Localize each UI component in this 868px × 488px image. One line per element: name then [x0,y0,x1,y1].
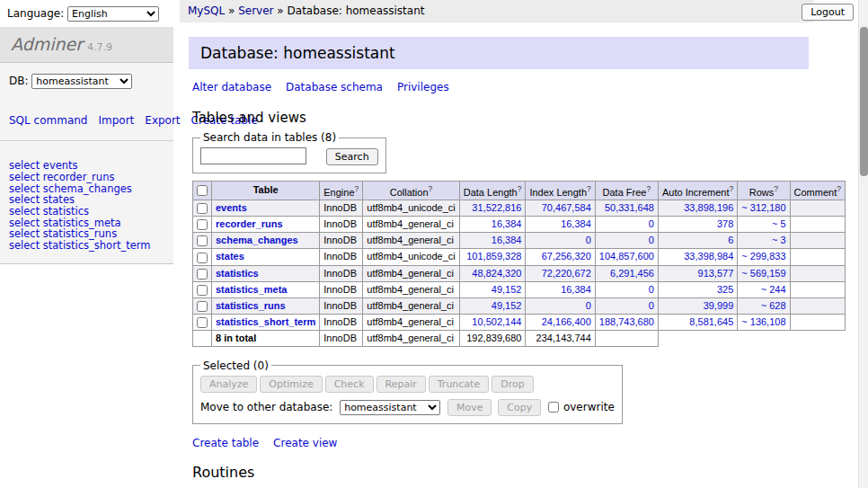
rows-link[interactable]: ~ 3 [772,235,786,245]
sidebar-table-select-events[interactable]: select events [9,160,164,172]
db-select[interactable]: homeassistant [31,74,132,89]
index-length-link[interactable]: 67,256,320 [542,251,591,262]
overwrite-checkbox[interactable] [548,402,559,413]
row-checkbox-statistics-short-term[interactable] [197,317,208,328]
sidebar-action-sql-command[interactable]: SQL command [9,114,87,127]
table-name-link-statistics-short-term[interactable]: statistics_short_term [216,316,315,327]
table-name-link-recorder-runs[interactable]: recorder_runs [216,218,283,229]
data-length-link[interactable]: 48,824,320 [472,268,521,279]
data-length-link[interactable]: 49,152 [492,284,522,295]
index-length-link[interactable]: 72,220,672 [542,268,591,279]
data-free-link[interactable]: 50,331,648 [605,202,654,213]
sidebar-action-import[interactable]: Import [98,114,134,127]
sidebar-action-export[interactable]: Export [145,114,180,127]
check-all-checkbox[interactable] [197,185,208,196]
auto-increment-link[interactable]: 325 [717,284,733,295]
sidebar-table-select-statistics[interactable]: select statistics [9,206,164,217]
table-name-link-statistics-runs[interactable]: statistics_runs [216,300,286,311]
row-checkbox-schema-changes[interactable] [197,235,208,246]
rows-link[interactable]: ~ 312,180 [741,202,785,213]
rows-link[interactable]: ~ 299,833 [741,251,785,262]
table-name-link-schema-changes[interactable]: schema_changes [216,235,298,245]
language-select[interactable]: English [67,6,159,22]
column-help-link[interactable]: ? [774,184,778,193]
row-checkbox-states[interactable] [197,253,208,263]
index-length-link[interactable]: 0 [586,235,591,245]
data-length-link[interactable]: 10,502,144 [472,316,521,327]
column-help-link[interactable]: ? [646,184,651,193]
data-length-link[interactable]: 16,384 [492,218,522,229]
sidebar-table-select-statistics-short-term[interactable]: select statistics_short_term [9,240,164,252]
index-length-link[interactable]: 16,384 [561,218,591,229]
move-button[interactable]: Move [447,399,492,416]
table-name-link-statistics-meta[interactable]: statistics_meta [216,284,288,295]
row-checkbox-events[interactable] [197,203,208,214]
data-free-link[interactable]: 104,857,600 [599,251,654,262]
table-name-link-states[interactable]: states [216,251,244,262]
breadcrumb-link-mysql[interactable]: MySQL [188,4,225,17]
data-length-link[interactable]: 101,859,328 [466,251,521,262]
truncate-button[interactable]: Truncate [429,376,489,393]
column-help-link[interactable]: ? [355,184,359,193]
auto-increment-link[interactable]: 39,999 [704,300,734,311]
auto-increment-link[interactable]: 913,577 [698,268,734,279]
column-help-link[interactable]: ? [730,184,734,193]
row-checkbox-statistics[interactable] [197,269,208,279]
column-help-link[interactable]: ? [518,184,522,193]
column-help-link[interactable]: ? [587,184,591,193]
scrollbar-thumb[interactable] [860,27,868,176]
column-help-link[interactable]: ? [837,184,841,193]
auto-increment-link[interactable]: 8,581,645 [689,316,733,327]
copy-button[interactable]: Copy [498,399,541,416]
table-name-link-events[interactable]: events [216,202,247,213]
rows-link[interactable]: ~ 569,159 [741,268,785,279]
data-length-link[interactable]: 31,522,816 [472,202,521,213]
rows-link[interactable]: ~ 136,108 [741,316,785,327]
auto-increment-link[interactable]: 33,398,984 [684,251,733,262]
breadcrumb: MySQL » Server » Database: homeassistant [180,0,814,22]
bottom-link-create-table[interactable]: Create table [192,437,259,449]
data-free-link[interactable]: 0 [649,235,654,245]
optimize-button[interactable]: Optimize [260,376,322,393]
move-db-select[interactable]: homeassistant [340,400,440,415]
drop-button[interactable]: Drop [492,376,533,393]
search-input[interactable] [200,147,306,164]
auto-increment-link[interactable]: 6 [728,235,733,245]
adminer-logo[interactable]: Adminer4.7.9 [0,27,173,63]
breadcrumb-link-server[interactable]: Server [238,4,273,17]
table-name-link-statistics[interactable]: statistics [216,268,259,279]
bottom-link-create-view[interactable]: Create view [273,437,337,449]
data-free-link[interactable]: 0 [649,284,654,295]
rows-cell: ~ 244 [738,281,790,297]
auto-increment-link[interactable]: 33,898,196 [684,202,733,213]
column-help-link[interactable]: ? [429,184,433,193]
scrollbar-track[interactable] [858,0,868,488]
data-free-link[interactable]: 0 [649,218,654,229]
rows-link[interactable]: ~ 244 [761,284,786,295]
row-checkbox-statistics-meta[interactable] [197,285,208,296]
row-checkbox-statistics-runs[interactable] [197,301,208,312]
data-free-link[interactable]: 0 [649,300,654,311]
data-free-link[interactable]: 188,743,680 [599,316,654,327]
nav-link-alter-database[interactable]: Alter database [192,81,271,93]
index-length-link[interactable]: 70,467,584 [542,202,591,213]
analyze-button[interactable]: Analyze [200,376,257,393]
check-button[interactable]: Check [325,376,374,393]
data-free-link[interactable]: 6,291,456 [610,268,654,279]
rows-link[interactable]: ~ 5 [772,218,786,229]
data-length-link[interactable]: 16,384 [492,235,522,245]
nav-link-privileges[interactable]: Privileges [397,81,449,93]
rows-link[interactable]: ~ 628 [761,300,786,311]
sidebar-table-select-recorder-runs[interactable]: select recorder_runs [9,172,164,183]
data-length-link[interactable]: 49,152 [492,300,522,311]
index-length-link[interactable]: 0 [586,300,591,311]
row-checkbox-recorder-runs[interactable] [197,219,208,230]
data-length-cell: 16,384 [459,217,526,233]
repair-button[interactable]: Repair [376,376,426,393]
nav-link-database-schema[interactable]: Database schema [286,81,383,93]
index-length-link[interactable]: 24,166,400 [542,316,591,327]
search-button[interactable]: Search [326,148,378,165]
auto-increment-link[interactable]: 378 [717,218,733,229]
index-length-link[interactable]: 16,384 [561,284,591,295]
logout-button[interactable]: Logout [802,4,854,21]
